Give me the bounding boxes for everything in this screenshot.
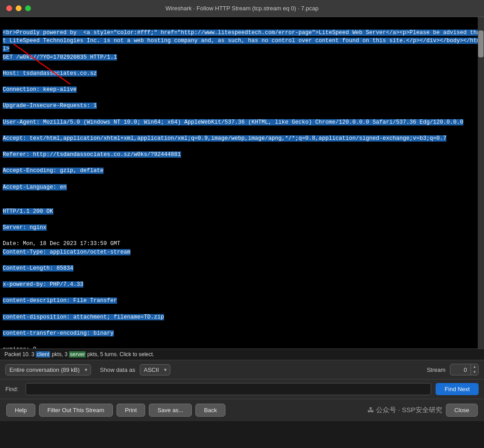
stream-text-display: <br>Proudly powered by <a style="color:#… [3, 21, 481, 349]
stream-content-area[interactable]: <br>Proudly powered by <a style="color:#… [0, 17, 484, 349]
watermark-text: 🖧 公众号 · SSP安全研究 [367, 406, 442, 414]
client-highlight: client [36, 351, 50, 358]
traffic-lights [6, 5, 31, 11]
stream-number-wrapper: ▲ ▼ [450, 364, 479, 375]
controls-row: Entire conversation (89 kB) ▼ Show data … [0, 360, 484, 379]
server-highlight: server [69, 351, 86, 358]
filter-out-stream-button[interactable]: Filter Out This Stream [39, 404, 113, 417]
find-input[interactable] [26, 383, 431, 395]
data-format-dropdown[interactable]: ASCII [140, 364, 170, 375]
stream-spinner-up-button[interactable]: ▲ [471, 364, 478, 370]
find-label: Find: [5, 386, 21, 392]
back-button[interactable]: Back [195, 404, 225, 417]
stream-spinner: ▲ ▼ [471, 364, 478, 375]
stream-spinner-down-button[interactable]: ▼ [471, 370, 478, 375]
find-row: Find: Find Next [0, 379, 484, 399]
conversation-dropdown-wrapper: Entire conversation (89 kB) ▼ [5, 364, 91, 375]
help-button[interactable]: Help [6, 404, 35, 417]
maximize-window-button[interactable] [25, 5, 31, 11]
window-title: Wireshark · Follow HTTP Stream (tcp.stre… [165, 5, 318, 12]
close-window-button[interactable] [6, 5, 12, 11]
save-as-button[interactable]: Save as... [149, 404, 192, 417]
print-button[interactable]: Print [117, 404, 146, 417]
bottom-buttons-bar: Help Filter Out This Stream Print Save a… [0, 399, 484, 421]
scrollbar[interactable] [478, 17, 484, 349]
find-next-button[interactable]: Find Next [436, 383, 479, 395]
show-data-as-label: Show data as [100, 366, 135, 373]
packet-info-bar: Packet 10. 3 client pkts, 3 server pkts,… [0, 349, 484, 360]
main-window: <br>Proudly powered by <a style="color:#… [0, 17, 484, 448]
scrollbar-thumb[interactable] [478, 30, 484, 57]
stream-number-input[interactable] [450, 365, 471, 375]
data-format-dropdown-wrapper: ASCII ▼ [140, 364, 170, 375]
minimize-window-button[interactable] [16, 5, 22, 11]
title-bar: Wireshark · Follow HTTP Stream (tcp.stre… [0, 0, 484, 17]
close-button[interactable]: Close [446, 404, 478, 417]
stream-label: Stream [427, 366, 445, 373]
conversation-dropdown[interactable]: Entire conversation (89 kB) [5, 364, 91, 375]
